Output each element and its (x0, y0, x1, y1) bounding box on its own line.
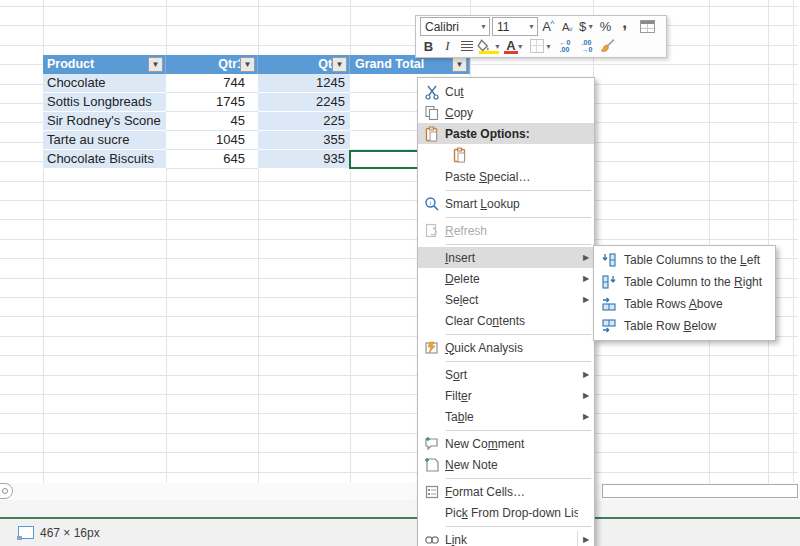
increase-decimal-button[interactable]: ←0.00 (555, 37, 575, 55)
grow-font-button[interactable]: A˄ (540, 18, 557, 36)
chevron-down-icon: ▼ (517, 43, 524, 50)
menu-item-paste-special[interactable]: Paste Special… (418, 166, 594, 187)
menu-item-sort[interactable]: Sort▶ (418, 364, 594, 385)
format-table-button[interactable] (639, 18, 656, 36)
center-align-button[interactable] (458, 37, 475, 55)
menu-item-label: Refresh (445, 224, 578, 238)
italic-button[interactable]: I (439, 37, 456, 55)
filter-dropdown-button[interactable]: ▼ (332, 57, 347, 72)
menu-item-label: Pick From Drop-down List… (445, 506, 578, 520)
menu-item-delete[interactable]: Delete▶ (418, 268, 594, 289)
menu-item-new-note[interactable]: New Note (418, 454, 594, 475)
menu-item-label: Delete (445, 272, 578, 286)
filter-dropdown-button[interactable]: ▼ (148, 57, 163, 72)
menu-item-label: Paste Options: (445, 127, 578, 141)
note-icon (424, 457, 440, 473)
table-cell[interactable]: 355 (258, 131, 350, 150)
table-row: Sir Rodney's Scone45225 (43, 112, 470, 131)
table-cell[interactable]: 935 (258, 150, 350, 169)
menu-separator (446, 217, 591, 218)
menu-item-clear-contents[interactable]: Clear Contents (418, 310, 594, 331)
insert-submenu: Table Columns to the LeftTable Column to… (593, 245, 776, 341)
format-cells-icon (424, 484, 440, 500)
column-header-qtr1: Qtr1▼ (166, 55, 258, 74)
menu-item-filter[interactable]: Filter▶ (418, 385, 594, 406)
table-cell[interactable]: Sottis Longbreads (43, 93, 166, 112)
menu-item-select[interactable]: Select▶ (418, 289, 594, 310)
table-cell[interactable]: Chocolate (43, 74, 166, 93)
menu-item-quick-analysis[interactable]: Quick Analysis (418, 337, 594, 358)
menu-item-label: Table (445, 410, 578, 424)
paste-icon (452, 147, 468, 163)
fill-color-button[interactable]: ▼ (477, 37, 501, 55)
menu-item-pick-from-list[interactable]: Pick From Drop-down List… (418, 502, 594, 523)
menu-item-smart-lookup[interactable]: iSmart Lookup (418, 193, 594, 214)
font-name-combo[interactable]: Calibri ▼ (420, 17, 490, 36)
table-cell[interactable]: 645 (166, 150, 258, 169)
submenu-item-table-columns-left[interactable]: Table Columns to the Left (594, 249, 775, 271)
scroll-pill-dot-icon (2, 488, 8, 494)
refresh-icon (424, 223, 440, 239)
menu-separator (446, 478, 591, 479)
submenu-arrow-icon: ▶ (578, 412, 594, 421)
menu-item-label: Filter (445, 389, 578, 403)
font-color-button[interactable]: A ▼ (503, 37, 527, 55)
font-size-combo[interactable]: 11 ▼ (492, 17, 538, 36)
cut-icon (424, 84, 440, 100)
font-name-value: Calibri (425, 20, 459, 34)
horizontal-scrollbar-thumb[interactable] (602, 484, 798, 498)
comma-style-button[interactable]: , (616, 18, 633, 36)
svg-text:i: i (429, 199, 430, 205)
submenu-item-table-rows-above[interactable]: Table Rows Above (594, 293, 775, 315)
filter-dropdown-button[interactable]: ▼ (240, 57, 255, 72)
context-menu: CutCopyPaste Options:Paste Special…iSmar… (417, 77, 595, 546)
submenu-arrow-icon: ▶ (578, 535, 594, 544)
table-cell[interactable]: 45 (166, 112, 258, 131)
menu-item-refresh[interactable]: Refresh (418, 220, 594, 241)
table-cell[interactable]: 2245 (258, 93, 350, 112)
shrink-font-button[interactable]: A˅ (559, 18, 576, 36)
scroll-pill[interactable] (0, 483, 13, 499)
table-cell[interactable]: Tarte au sucre (43, 131, 166, 150)
comment-icon (424, 436, 440, 452)
menu-item-insert[interactable]: Insert▶ (418, 247, 594, 268)
menu-item-copy[interactable]: Copy (418, 102, 594, 123)
menu-item-table[interactable]: Table▶ (418, 406, 594, 427)
menu-item-label: Copy (445, 106, 578, 120)
submenu-item-table-row-below[interactable]: Table Row Below (594, 315, 775, 337)
menu-item-label: Link (445, 533, 578, 546)
menu-item-format-cells[interactable]: Format Cells… (418, 481, 594, 502)
filter-dropdown-button[interactable]: ▼ (452, 57, 467, 72)
submenu-arrow-icon: ▶ (578, 253, 594, 262)
table-cell[interactable]: 744 (166, 74, 258, 93)
table-cell[interactable]: Chocolate Biscuits (43, 150, 166, 169)
center-align-icon (461, 41, 473, 51)
table-cell[interactable]: 1245 (258, 74, 350, 93)
menu-item-label: Insert (445, 251, 578, 265)
percent-style-button[interactable]: % (597, 18, 614, 36)
decrease-decimal-button[interactable]: .00→0 (577, 37, 597, 55)
menu-item-label: Paste Special… (445, 170, 578, 184)
table-cell[interactable]: 1745 (166, 93, 258, 112)
lookup-icon: i (424, 196, 440, 212)
menu-item-cut[interactable]: Cut (418, 81, 594, 102)
menu-item-link[interactable]: Link▶ (418, 529, 594, 546)
horizontal-scrollbar[interactable] (0, 483, 800, 501)
menu-separator (446, 334, 591, 335)
table-cell[interactable]: 1045 (166, 131, 258, 150)
table-row: Chocolate7441245 (43, 74, 470, 93)
menu-item-label: Quick Analysis (445, 341, 578, 355)
table-cell[interactable]: Sir Rodney's Scone (43, 112, 166, 131)
menu-item-new-comment[interactable]: New Comment (418, 433, 594, 454)
menu-item-label: Sort (445, 368, 578, 382)
bold-button[interactable]: B (420, 37, 437, 55)
submenu-arrow-icon: ▶ (578, 274, 594, 283)
borders-button[interactable]: ▼ (529, 37, 553, 55)
submenu-item-table-column-right[interactable]: Table Column to the Right (594, 271, 775, 293)
table-cell[interactable]: 225 (258, 112, 350, 131)
format-painter-button[interactable] (599, 37, 616, 55)
paste-button[interactable] (418, 144, 594, 166)
accounting-format-button[interactable]: $▼ (578, 18, 595, 36)
submenu-arrow-icon: ▶ (578, 295, 594, 304)
selection-size-icon (18, 526, 34, 539)
